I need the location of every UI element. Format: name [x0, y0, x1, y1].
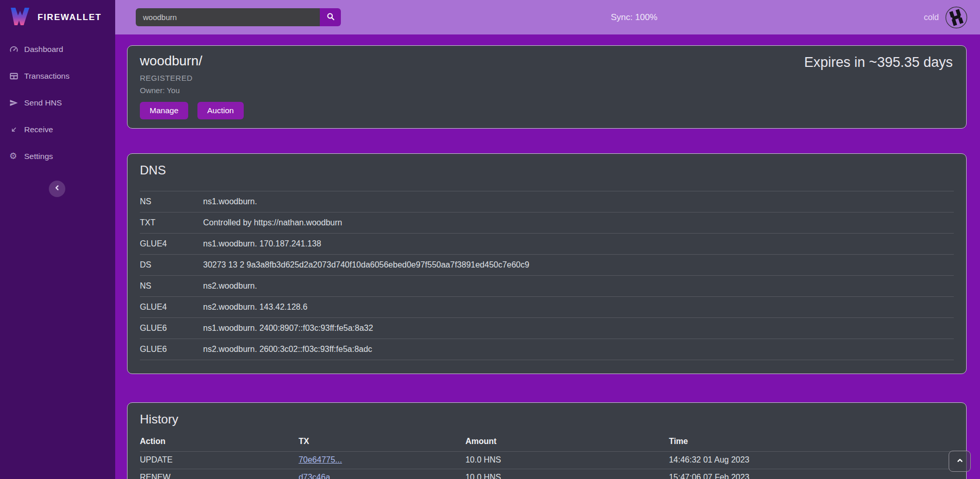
sidebar-item-label: Send HNS: [24, 98, 62, 108]
wallet-name: cold: [924, 13, 939, 22]
dns-record-row: NS ns1.woodburn.: [140, 191, 954, 212]
dns-record-row: GLUE6 ns1.woodburn. 2400:8907::f03c:93ff…: [140, 318, 954, 339]
dns-record-value: 30273 13 2 9a3a8fb3d625d2a2073d740f10da6…: [203, 255, 954, 276]
sidebar-item-label: Transactions: [24, 72, 69, 81]
history-row: UPDATE 70e64775... 10.0 HNS 14:46:32 01 …: [140, 451, 954, 469]
handshake-logo-icon: [945, 6, 968, 29]
dns-table: NS ns1.woodburn. TXT Controlled by https…: [140, 191, 954, 360]
dashboard-gauge-icon: [9, 45, 19, 54]
manage-button[interactable]: Manage: [140, 102, 188, 119]
chevron-left-icon: [53, 184, 61, 194]
dns-record-value: Controlled by https://nathan.woodburn: [203, 212, 954, 234]
dns-record-row: TXT Controlled by https://nathan.woodbur…: [140, 212, 954, 234]
history-header-row: Action TX Amount Time: [140, 432, 954, 451]
scroll-to-top-button[interactable]: [949, 451, 971, 472]
history-amount: 10.0 HNS: [465, 469, 669, 479]
wallet-area[interactable]: cold: [924, 0, 968, 34]
sidebar-collapse-button[interactable]: [49, 181, 65, 197]
history-action: RENEW: [140, 469, 299, 479]
auction-button[interactable]: Auction: [197, 102, 244, 119]
settings-gear-icon: ⚙: [9, 152, 19, 161]
sidebar-item-label: Receive: [24, 125, 53, 134]
receive-arrow-icon: [9, 125, 19, 134]
history-table: Action TX Amount Time UPDATE 70e64775...…: [140, 432, 954, 479]
tx-link[interactable]: 70e64775...: [299, 455, 342, 464]
chevron-up-icon: [956, 456, 964, 467]
dns-record-type: NS: [140, 276, 203, 297]
dns-record-type: GLUE6: [140, 318, 203, 339]
sidebar-item-dashboard[interactable]: Dashboard: [0, 36, 115, 63]
dns-record-type: GLUE4: [140, 234, 203, 255]
search-button[interactable]: [320, 8, 341, 26]
brand-header: FIREWALLET: [0, 0, 115, 29]
sidebar-item-send-hns[interactable]: Send HNS: [0, 90, 115, 116]
history-col-time: Time: [669, 432, 954, 451]
dns-record-value: ns2.woodburn. 143.42.128.6: [203, 297, 954, 318]
history-time: 14:46:32 01 Aug 2023: [669, 451, 954, 469]
history-time: 15:47:06 07 Feb 2023: [669, 469, 954, 479]
dns-title: DNS: [140, 163, 954, 178]
history-col-amount: Amount: [465, 432, 669, 451]
main-content: woodburn/ REGISTERED Owner: You Manage A…: [115, 34, 980, 479]
dns-record-row: DS 30273 13 2 9a3a8fb3d625d2a2073d740f10…: [140, 255, 954, 276]
dns-record-value: ns2.woodburn.: [203, 276, 954, 297]
dns-record-row: NS ns2.woodburn.: [140, 276, 954, 297]
dns-record-type: DS: [140, 255, 203, 276]
topbar: Sync: 100% cold: [115, 0, 980, 34]
search-group: [136, 8, 341, 26]
firewallet-w-logo-icon: [8, 6, 31, 29]
history-card: History Action TX Amount Time UPDATE 70e…: [127, 402, 967, 479]
dns-record-value: ns1.woodburn.: [203, 191, 954, 212]
transactions-table-icon: [9, 72, 19, 81]
dns-record-type: NS: [140, 191, 203, 212]
history-title: History: [140, 412, 954, 427]
brand-name: FIREWALLET: [38, 12, 102, 23]
history-amount: 10.0 HNS: [465, 451, 669, 469]
sidebar-item-label: Dashboard: [24, 45, 63, 54]
sidebar-item-receive[interactable]: Receive: [0, 116, 115, 143]
dns-card: DNS NS ns1.woodburn. TXT Controlled by h…: [127, 153, 967, 374]
dns-record-type: TXT: [140, 212, 203, 234]
history-col-tx: TX: [299, 432, 466, 451]
dns-record-value: ns2.woodburn. 2600:3c02::f03c:93ff:fe5a:…: [203, 339, 954, 360]
history-col-action: Action: [140, 432, 299, 451]
dns-record-type: GLUE4: [140, 297, 203, 318]
domain-status: REGISTERED: [140, 74, 954, 82]
sync-status: Sync: 100%: [611, 0, 658, 34]
sidebar-item-settings[interactable]: ⚙ Settings: [0, 143, 115, 170]
dns-record-type: GLUE6: [140, 339, 203, 360]
domain-owner: Owner: You: [140, 86, 954, 95]
sidebar-nav: Dashboard Transactions Send HNS: [0, 36, 115, 170]
history-row: RENEW d73c46a... 10.0 HNS 15:47:06 07 Fe…: [140, 469, 954, 479]
dns-record-row: GLUE6 ns2.woodburn. 2600:3c02::f03c:93ff…: [140, 339, 954, 360]
domain-card: woodburn/ REGISTERED Owner: You Manage A…: [127, 45, 967, 129]
history-action: UPDATE: [140, 451, 299, 469]
sidebar-item-label: Settings: [24, 152, 53, 161]
send-paper-plane-icon: [9, 98, 19, 108]
sidebar-item-transactions[interactable]: Transactions: [0, 63, 115, 90]
domain-actions: Manage Auction: [140, 102, 954, 119]
sidebar: FIREWALLET Dashboard Transactions: [0, 0, 115, 479]
dns-record-row: GLUE4 ns1.woodburn. 170.187.241.138: [140, 234, 954, 255]
dns-record-value: ns1.woodburn. 170.187.241.138: [203, 234, 954, 255]
search-icon: [326, 12, 335, 23]
tx-link[interactable]: d73c46a...: [299, 473, 337, 479]
dns-record-value: ns1.woodburn. 2400:8907::f03c:93ff:fe5a:…: [203, 318, 954, 339]
search-input[interactable]: [136, 8, 320, 26]
dns-record-row: GLUE4 ns2.woodburn. 143.42.128.6: [140, 297, 954, 318]
expires-label: Expires in ~395.35 days: [804, 55, 953, 70]
